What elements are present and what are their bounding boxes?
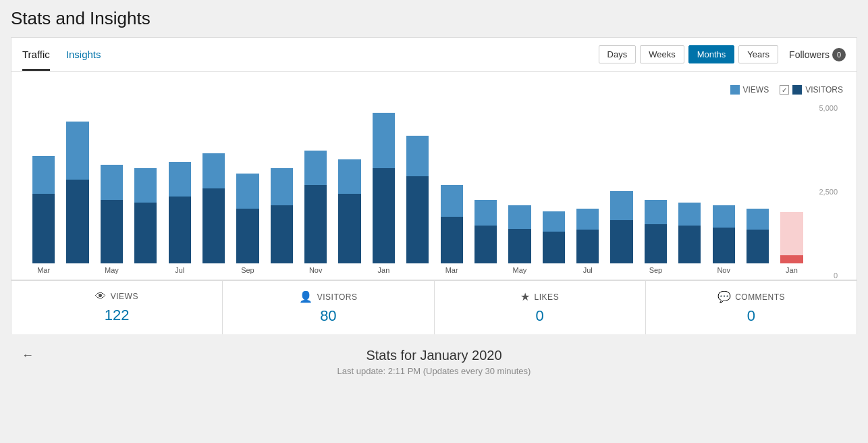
bar-group-13 bbox=[470, 101, 501, 263]
x-axis-labels: MarMayJulSepNovJanMarMayJulSepNovJan bbox=[25, 263, 811, 274]
views-value: 122 bbox=[22, 307, 211, 324]
views-color-swatch bbox=[730, 85, 740, 95]
period-days-button[interactable]: Days bbox=[599, 45, 636, 63]
bar-group-3 bbox=[130, 101, 161, 263]
chart-container: VIEWS ✓ VISITORS MarMayJulSepNovJanMarMa… bbox=[11, 71, 857, 280]
bar-views-top-5 bbox=[202, 153, 225, 188]
legend-visitors: ✓ VISITORS bbox=[780, 85, 843, 95]
bar-group-19 bbox=[674, 101, 705, 263]
bar-stack-9 bbox=[338, 159, 360, 263]
bar-group-5 bbox=[198, 101, 229, 263]
bar-stack-15 bbox=[543, 211, 565, 263]
x-label-15 bbox=[538, 266, 570, 274]
followers-count: 0 bbox=[832, 48, 846, 61]
bar-stack-2 bbox=[101, 165, 123, 263]
bar-stack-7 bbox=[271, 168, 293, 263]
bar-stack-19 bbox=[678, 203, 701, 263]
bar-stack-0 bbox=[32, 156, 55, 263]
likes-value: 0 bbox=[445, 307, 634, 325]
y-axis: 5,000 2,500 0 bbox=[811, 104, 843, 280]
bar-views-top-4 bbox=[169, 162, 191, 197]
bar-visitors-bottom-7 bbox=[271, 205, 293, 263]
bars-row bbox=[25, 101, 811, 263]
bar-views-top-10 bbox=[373, 113, 395, 168]
visitors-checkbox[interactable]: ✓ bbox=[780, 85, 789, 95]
followers-badge[interactable]: Followers 0 bbox=[789, 48, 846, 61]
stat-visitors: 👤 VISITORS 80 bbox=[223, 281, 434, 334]
x-label-4: Jul bbox=[164, 266, 196, 274]
bar-views-top-20 bbox=[713, 205, 735, 228]
bar-stack-3 bbox=[134, 168, 157, 263]
bar-group-17 bbox=[605, 101, 637, 263]
footer-nav: ← Stats for January 2020 bbox=[22, 348, 846, 363]
bar-visitors-bottom-16 bbox=[576, 230, 599, 263]
bar-views-top-21 bbox=[747, 209, 769, 230]
bar-views-top-19 bbox=[678, 203, 701, 226]
bar-visitors-bottom-4 bbox=[169, 197, 191, 263]
likes-label: LIKES bbox=[535, 292, 560, 302]
footer-subtitle: Last update: 2:11 PM (Updates every 30 m… bbox=[22, 366, 846, 376]
bar-stack-21 bbox=[747, 209, 769, 263]
x-label-19 bbox=[674, 266, 705, 274]
visitors-label: VISITORS bbox=[317, 292, 358, 302]
x-label-10: Jan bbox=[368, 266, 400, 274]
bar-visitors-bottom-9 bbox=[338, 194, 360, 263]
x-label-6: Sep bbox=[232, 266, 263, 274]
likes-icon: ★ bbox=[520, 290, 531, 303]
bar-group-14 bbox=[504, 101, 535, 263]
bar-group-2 bbox=[96, 101, 128, 263]
bar-views-top-14 bbox=[508, 205, 531, 229]
period-years-button[interactable]: Years bbox=[738, 45, 778, 63]
x-label-3 bbox=[130, 266, 161, 274]
bar-views-top-8 bbox=[304, 151, 327, 185]
followers-label: Followers bbox=[789, 49, 830, 60]
period-weeks-button[interactable]: Weeks bbox=[640, 45, 684, 63]
bar-stack-14 bbox=[508, 205, 531, 263]
legend-views: VIEWS bbox=[730, 85, 769, 95]
bar-group-12 bbox=[436, 101, 468, 263]
bar-group-11 bbox=[402, 101, 433, 263]
footer-section: ← Stats for January 2020 Last update: 2:… bbox=[11, 334, 857, 390]
bar-visitors-bottom-13 bbox=[474, 226, 497, 263]
back-arrow-icon[interactable]: ← bbox=[22, 348, 34, 363]
bar-stack-11 bbox=[406, 136, 429, 263]
views-icon: 👁 bbox=[95, 290, 107, 303]
stat-likes: ★ LIKES 0 bbox=[435, 281, 646, 334]
bar-visitors-bottom-19 bbox=[678, 226, 701, 263]
comments-label: COMMENTS bbox=[735, 292, 785, 302]
period-controls: Days Weeks Months Years Followers 0 bbox=[599, 45, 846, 63]
bar-views-top-18 bbox=[645, 200, 667, 224]
bar-stack-4 bbox=[169, 162, 191, 263]
y-label-5000: 5,000 bbox=[819, 104, 838, 112]
bar-stack-10 bbox=[373, 113, 395, 263]
bar-visitors-bottom-2 bbox=[101, 200, 123, 263]
period-months-button[interactable]: Months bbox=[688, 45, 735, 63]
x-label-18: Sep bbox=[640, 266, 672, 274]
bar-visitors-bottom-15 bbox=[543, 232, 565, 263]
visitors-value: 80 bbox=[234, 307, 423, 325]
bar-group-6 bbox=[232, 101, 263, 263]
bar-views-top-7 bbox=[271, 168, 293, 205]
bar-stack-1 bbox=[66, 122, 88, 263]
bar-views-top-13 bbox=[474, 200, 497, 226]
bar-group-10 bbox=[368, 101, 400, 263]
bar-stack-16 bbox=[576, 209, 599, 263]
bar-visitors-bottom-20 bbox=[713, 228, 735, 263]
x-label-20: Nov bbox=[708, 266, 740, 274]
bar-group-4 bbox=[164, 101, 196, 263]
bar-views-top-11 bbox=[406, 136, 429, 176]
bar-visitors-bottom-0 bbox=[32, 194, 55, 263]
bar-visitors-bottom-18 bbox=[645, 224, 667, 263]
bar-group-18 bbox=[640, 101, 672, 263]
bar-stack-6 bbox=[236, 174, 259, 263]
bar-group-21 bbox=[742, 101, 774, 263]
bar-visitors-bottom-12 bbox=[441, 217, 463, 263]
footer-title: Stats for January 2020 bbox=[366, 348, 501, 363]
legend-views-label: VIEWS bbox=[743, 85, 769, 95]
bar-views-22 bbox=[780, 212, 803, 255]
tab-traffic[interactable]: Traffic bbox=[22, 38, 50, 71]
x-label-9 bbox=[333, 266, 365, 274]
tab-insights[interactable]: Insights bbox=[66, 38, 101, 71]
x-label-16: Jul bbox=[572, 266, 603, 274]
stats-row: 👁 VIEWS 122 👤 VISITORS 80 ★ LIKES 0 💬 CO… bbox=[11, 280, 857, 334]
